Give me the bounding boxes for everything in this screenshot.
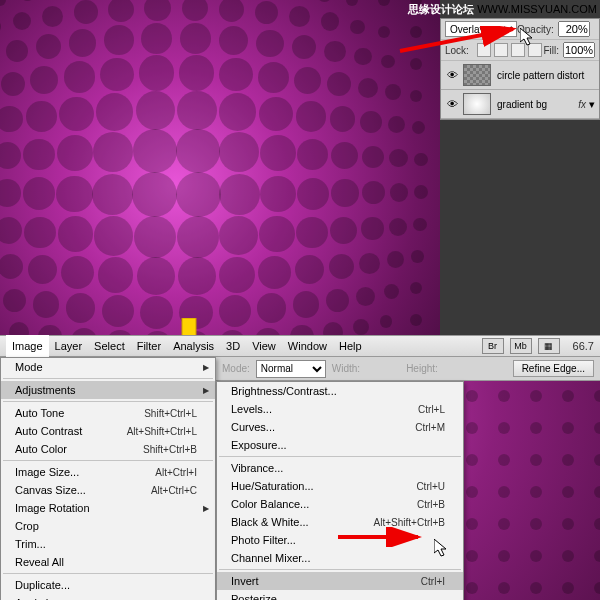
menu-item[interactable]: Image Size...Alt+Ctrl+I [1,463,215,481]
menu-item[interactable]: Auto ToneShift+Ctrl+L [1,404,215,422]
layers-panel: Overlay Opacity: Lock: Fill: 👁 circle pa… [440,18,600,120]
opacity-label: Opacity: [517,24,554,35]
menu-item[interactable]: Vibrance... [217,459,463,477]
canvas-top[interactable] [0,0,440,335]
menu-item[interactable]: Canvas Size...Alt+Ctrl+C [1,481,215,499]
menu-item[interactable]: Photo Filter... [217,531,463,549]
menu-item[interactable]: Trim... [1,535,215,553]
watermark: 思缘设计论坛 WWW.MISSYUAN.COM [408,2,597,17]
toolbar-icon[interactable]: Br [482,338,504,354]
menu-item[interactable]: Color Balance...Ctrl+B [217,495,463,513]
height-label: Height: [406,363,438,374]
refine-edge-button[interactable]: Refine Edge... [513,360,594,377]
menu-view[interactable]: View [246,335,282,357]
menu-item: Crop [1,517,215,535]
adjustments-submenu: Brightness/Contrast...Levels...Ctrl+LCur… [216,381,464,600]
fx-indicator: fx [578,99,586,110]
menu-image[interactable]: Image [6,335,49,357]
fill-input[interactable] [563,42,595,58]
menu-item[interactable]: Image Rotation [1,499,215,517]
image-menu: ModeAdjustmentsAuto ToneShift+Ctrl+LAuto… [0,357,216,600]
visibility-icon[interactable]: 👁 [445,68,459,82]
visibility-icon[interactable]: 👁 [445,97,459,111]
menu-item[interactable]: Reveal All [1,553,215,571]
menubar: ImageLayerSelectFilterAnalysis3DViewWind… [0,335,600,357]
zoom-level: 66.7 [573,340,594,352]
menu-item[interactable]: Apply Image... [1,594,215,600]
menu-item[interactable]: Levels...Ctrl+L [217,400,463,418]
menu-item[interactable]: Black & White...Alt+Shift+Ctrl+B [217,513,463,531]
menu-item[interactable]: Auto ColorShift+Ctrl+B [1,440,215,458]
layer-row[interactable]: 👁 gradient bg fx ▾ [441,90,599,119]
chevron-down-icon[interactable]: ▾ [589,98,595,111]
fill-label: Fill: [543,45,559,56]
menu-layer[interactable]: Layer [49,335,89,357]
opacity-input[interactable] [558,21,590,37]
menu-item[interactable]: Posterize... [217,590,463,600]
menu-item[interactable]: Exposure... [217,436,463,454]
screen-mode-icon[interactable]: ▦ [538,338,560,354]
layer-row[interactable]: 👁 circle pattern distort [441,61,599,90]
layer-thumbnail [463,64,491,86]
menu-window[interactable]: Window [282,335,333,357]
menu-item[interactable]: InvertCtrl+I [217,572,463,590]
layer-thumbnail [463,93,491,115]
menu-item[interactable]: Hue/Saturation...Ctrl+U [217,477,463,495]
blend-mode-select[interactable]: Overlay [445,21,517,37]
mode-select[interactable]: Normal [256,360,326,378]
lock-label: Lock: [445,45,469,56]
menu-item[interactable]: Adjustments [1,381,215,399]
menu-item[interactable]: Duplicate... [1,576,215,594]
menu-item[interactable]: Channel Mixer... [217,549,463,567]
toolbar-icon[interactable]: Mb [510,338,532,354]
menu-item[interactable]: Mode [1,358,215,376]
menu-help[interactable]: Help [333,335,368,357]
menu-item[interactable]: Auto ContrastAlt+Shift+Ctrl+L [1,422,215,440]
menu-item[interactable]: Curves...Ctrl+M [217,418,463,436]
menu-select[interactable]: Select [88,335,131,357]
menu-3d[interactable]: 3D [220,335,246,357]
width-label: Width: [332,363,360,374]
menu-filter[interactable]: Filter [131,335,167,357]
layer-name: circle pattern distort [497,70,595,81]
menu-analysis[interactable]: Analysis [167,335,220,357]
mode-label: Mode: [222,363,250,374]
lock-icons [477,43,542,57]
menu-item[interactable]: Brightness/Contrast... [217,382,463,400]
options-bar: Mode: Normal Width: Height: Refine Edge.… [216,357,600,381]
layer-name: gradient bg [497,99,578,110]
